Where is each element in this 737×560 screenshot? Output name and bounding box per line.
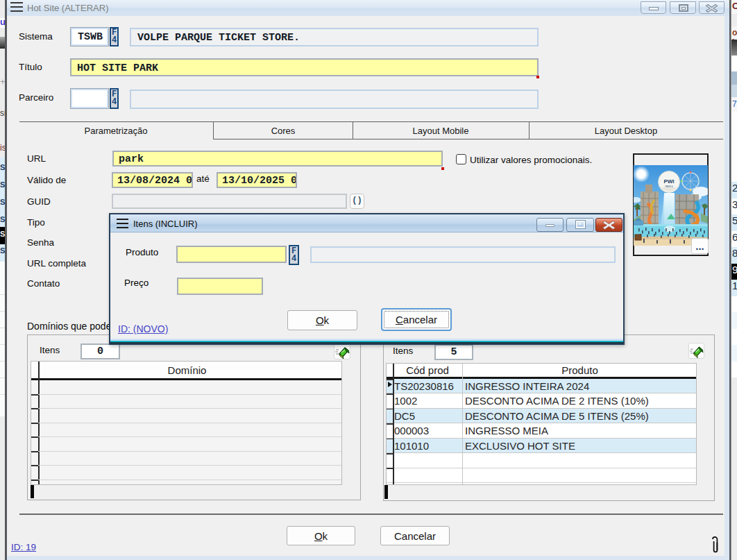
svg-text:PARKS: PARKS [665, 185, 673, 188]
svg-text:PWI: PWI [663, 178, 674, 185]
